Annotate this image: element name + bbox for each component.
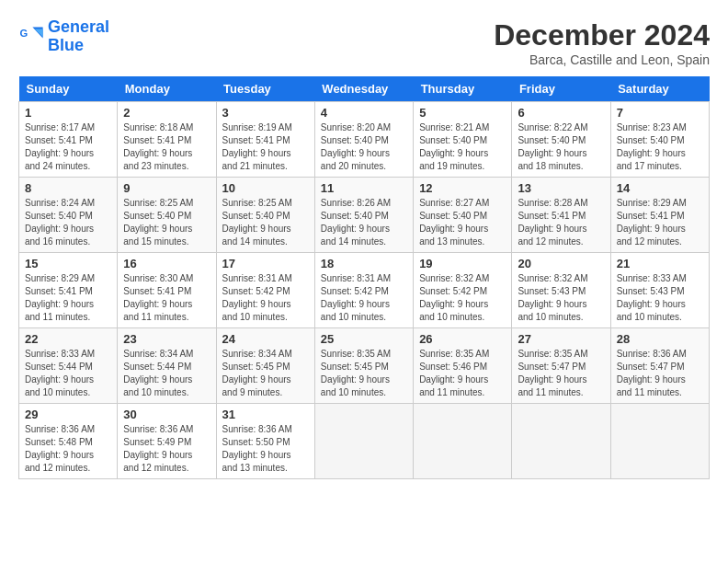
calendar-day: 10Sunrise: 8:25 AMSunset: 5:40 PMDayligh…: [216, 178, 314, 253]
calendar-day: 22Sunrise: 8:33 AMSunset: 5:44 PMDayligh…: [19, 328, 118, 404]
page-header: G General Blue December 2024 Barca, Cast…: [18, 18, 710, 67]
calendar-body: 1Sunrise: 8:17 AMSunset: 5:41 PMDaylight…: [19, 102, 710, 479]
calendar-day: [414, 404, 512, 479]
calendar-day: 26Sunrise: 8:35 AMSunset: 5:46 PMDayligh…: [414, 328, 512, 404]
day-detail: Sunrise: 8:29 AMSunset: 5:41 PMDaylight:…: [617, 197, 703, 248]
day-number: 18: [321, 257, 407, 270]
day-number: 30: [123, 408, 210, 421]
calendar-day: 7Sunrise: 8:23 AMSunset: 5:40 PMDaylight…: [610, 102, 709, 178]
calendar-day: [610, 404, 709, 479]
day-number: 25: [321, 332, 407, 346]
calendar-day: 24Sunrise: 8:34 AMSunset: 5:45 PMDayligh…: [216, 328, 314, 404]
day-header-saturday: Saturday: [610, 76, 709, 102]
calendar-day: 29Sunrise: 8:36 AMSunset: 5:48 PMDayligh…: [19, 404, 118, 479]
day-number: 19: [419, 257, 506, 270]
day-number: 9: [123, 181, 210, 195]
calendar-day: [512, 404, 610, 479]
title-area: December 2024 Barca, Castille and Leon, …: [494, 18, 710, 67]
calendar-day: 28Sunrise: 8:36 AMSunset: 5:47 PMDayligh…: [610, 328, 709, 404]
day-number: 4: [321, 106, 407, 120]
day-number: 5: [419, 106, 506, 120]
calendar-day: 3Sunrise: 8:19 AMSunset: 5:41 PMDaylight…: [216, 102, 314, 178]
day-detail: Sunrise: 8:17 AMSunset: 5:41 PMDaylight:…: [25, 121, 111, 173]
day-detail: Sunrise: 8:36 AMSunset: 5:49 PMDaylight:…: [123, 423, 210, 475]
day-header-sunday: Sunday: [19, 76, 118, 102]
day-detail: Sunrise: 8:32 AMSunset: 5:42 PMDaylight:…: [419, 272, 506, 324]
calendar-day: 8Sunrise: 8:24 AMSunset: 5:40 PMDaylight…: [19, 178, 118, 253]
day-detail: Sunrise: 8:33 AMSunset: 5:44 PMDaylight:…: [25, 348, 111, 399]
calendar-day: 1Sunrise: 8:17 AMSunset: 5:41 PMDaylight…: [19, 102, 118, 178]
day-detail: Sunrise: 8:18 AMSunset: 5:41 PMDaylight:…: [123, 121, 210, 173]
day-detail: Sunrise: 8:35 AMSunset: 5:47 PMDaylight:…: [518, 348, 604, 399]
logo-line1: General: [48, 17, 109, 36]
day-detail: Sunrise: 8:22 AMSunset: 5:40 PMDaylight:…: [518, 121, 604, 173]
day-detail: Sunrise: 8:25 AMSunset: 5:40 PMDaylight:…: [222, 197, 309, 248]
day-number: 20: [518, 257, 604, 270]
calendar-day: 17Sunrise: 8:31 AMSunset: 5:42 PMDayligh…: [216, 253, 314, 328]
calendar-week-5: 29Sunrise: 8:36 AMSunset: 5:48 PMDayligh…: [19, 404, 710, 479]
calendar-day: 11Sunrise: 8:26 AMSunset: 5:40 PMDayligh…: [314, 178, 413, 253]
day-detail: Sunrise: 8:28 AMSunset: 5:41 PMDaylight:…: [518, 197, 604, 248]
day-number: 15: [25, 257, 111, 270]
calendar-week-1: 1Sunrise: 8:17 AMSunset: 5:41 PMDaylight…: [19, 102, 710, 178]
calendar-day: 21Sunrise: 8:33 AMSunset: 5:43 PMDayligh…: [610, 253, 709, 328]
day-number: 6: [518, 106, 604, 120]
day-header-friday: Friday: [512, 76, 610, 102]
calendar-day: 18Sunrise: 8:31 AMSunset: 5:42 PMDayligh…: [314, 253, 413, 328]
day-number: 14: [617, 181, 703, 195]
day-number: 7: [617, 106, 703, 120]
calendar-week-4: 22Sunrise: 8:33 AMSunset: 5:44 PMDayligh…: [19, 328, 710, 404]
day-number: 23: [123, 332, 210, 346]
day-detail: Sunrise: 8:34 AMSunset: 5:45 PMDaylight:…: [222, 348, 309, 399]
day-header-monday: Monday: [118, 76, 216, 102]
calendar-day: 30Sunrise: 8:36 AMSunset: 5:49 PMDayligh…: [118, 404, 216, 479]
day-detail: Sunrise: 8:21 AMSunset: 5:40 PMDaylight:…: [419, 121, 506, 173]
day-number: 16: [123, 257, 210, 270]
day-detail: Sunrise: 8:36 AMSunset: 5:50 PMDaylight:…: [222, 423, 309, 475]
logo: G General Blue: [18, 18, 109, 55]
calendar-day: 25Sunrise: 8:35 AMSunset: 5:45 PMDayligh…: [314, 328, 413, 404]
calendar-day: 4Sunrise: 8:20 AMSunset: 5:40 PMDaylight…: [314, 102, 413, 178]
day-detail: Sunrise: 8:23 AMSunset: 5:40 PMDaylight:…: [617, 121, 703, 173]
day-header-tuesday: Tuesday: [216, 76, 314, 102]
day-detail: Sunrise: 8:30 AMSunset: 5:41 PMDaylight:…: [123, 272, 210, 324]
day-number: 11: [321, 181, 407, 195]
day-detail: Sunrise: 8:25 AMSunset: 5:40 PMDaylight:…: [123, 197, 210, 248]
header-row: SundayMondayTuesdayWednesdayThursdayFrid…: [19, 76, 710, 102]
day-detail: Sunrise: 8:26 AMSunset: 5:40 PMDaylight:…: [321, 197, 407, 248]
calendar-day: 2Sunrise: 8:18 AMSunset: 5:41 PMDaylight…: [118, 102, 216, 178]
calendar-day: 16Sunrise: 8:30 AMSunset: 5:41 PMDayligh…: [118, 253, 216, 328]
calendar-week-2: 8Sunrise: 8:24 AMSunset: 5:40 PMDaylight…: [19, 178, 710, 253]
month-title: December 2024: [494, 18, 710, 52]
day-detail: Sunrise: 8:32 AMSunset: 5:43 PMDaylight:…: [518, 272, 604, 324]
day-number: 26: [419, 332, 506, 346]
calendar-day: 23Sunrise: 8:34 AMSunset: 5:44 PMDayligh…: [118, 328, 216, 404]
day-detail: Sunrise: 8:20 AMSunset: 5:40 PMDaylight:…: [321, 121, 407, 173]
day-header-thursday: Thursday: [414, 76, 512, 102]
day-number: 12: [419, 181, 506, 195]
day-detail: Sunrise: 8:29 AMSunset: 5:41 PMDaylight:…: [25, 272, 111, 324]
logo-text: General Blue: [48, 18, 109, 55]
day-header-wednesday: Wednesday: [314, 76, 413, 102]
calendar-day: 27Sunrise: 8:35 AMSunset: 5:47 PMDayligh…: [512, 328, 610, 404]
day-number: 22: [25, 332, 111, 346]
calendar-day: 14Sunrise: 8:29 AMSunset: 5:41 PMDayligh…: [610, 178, 709, 253]
day-number: 17: [222, 257, 309, 270]
calendar-day: 5Sunrise: 8:21 AMSunset: 5:40 PMDaylight…: [414, 102, 512, 178]
day-detail: Sunrise: 8:33 AMSunset: 5:43 PMDaylight:…: [617, 272, 703, 324]
day-number: 8: [25, 181, 111, 195]
calendar-day: 15Sunrise: 8:29 AMSunset: 5:41 PMDayligh…: [19, 253, 118, 328]
day-number: 1: [25, 106, 111, 120]
day-number: 10: [222, 181, 309, 195]
day-number: 31: [222, 408, 309, 421]
calendar-day: 6Sunrise: 8:22 AMSunset: 5:40 PMDaylight…: [512, 102, 610, 178]
logo-line2: Blue: [48, 36, 84, 54]
day-detail: Sunrise: 8:27 AMSunset: 5:40 PMDaylight:…: [419, 197, 506, 248]
day-number: 3: [222, 106, 309, 120]
day-detail: Sunrise: 8:31 AMSunset: 5:42 PMDaylight:…: [321, 272, 407, 324]
calendar-day: [314, 404, 413, 479]
day-detail: Sunrise: 8:31 AMSunset: 5:42 PMDaylight:…: [222, 272, 309, 324]
day-detail: Sunrise: 8:35 AMSunset: 5:46 PMDaylight:…: [419, 348, 506, 399]
calendar-day: 19Sunrise: 8:32 AMSunset: 5:42 PMDayligh…: [414, 253, 512, 328]
calendar-day: 13Sunrise: 8:28 AMSunset: 5:41 PMDayligh…: [512, 178, 610, 253]
